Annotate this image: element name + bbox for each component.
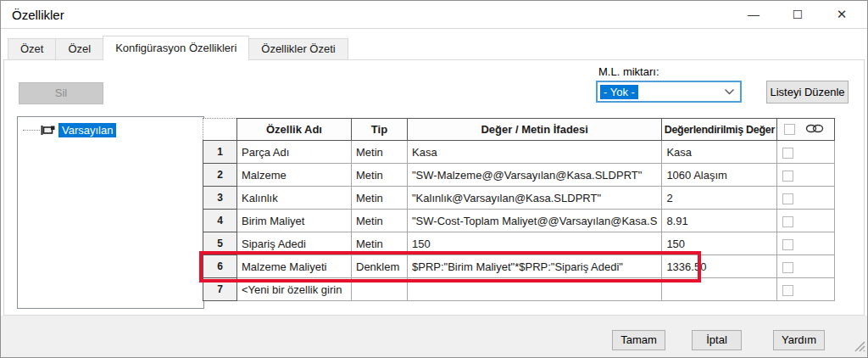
cell-value[interactable]: "SW-Cost-Toplam Maliyet@@Varsayılan@Kasa… — [408, 210, 662, 232]
minimize-icon[interactable]: — — [732, 1, 776, 28]
cell-value[interactable]: $PRP:"Birim Maliyet"*$PRP:"Sipariş Adedi… — [408, 255, 662, 278]
row-number[interactable]: 5 — [203, 232, 237, 255]
cell-property-name[interactable]: Malzeme — [237, 164, 352, 187]
tab-ozellikler-ozeti[interactable]: Özellikler Özeti — [248, 38, 348, 60]
cell-type[interactable]: Metin — [352, 232, 408, 255]
cell-type[interactable]: Metin — [352, 187, 408, 210]
ml-quantity-dropdown[interactable]: - Yok - — [596, 81, 742, 103]
table-row: 1 Parça Adı Metin Kasa Kasa — [203, 141, 835, 164]
header-type[interactable]: Tip — [352, 119, 408, 141]
tab-konfigurasyon-ozellikleri[interactable]: Konfigürasyon Özellikleri — [103, 36, 249, 60]
cancel-button[interactable]: İptal — [692, 330, 742, 350]
cell-evaluated[interactable]: 8.91 — [662, 210, 777, 232]
cell-evaluated[interactable]: 1060 Alaşım — [662, 164, 777, 187]
cell-value[interactable]: "SW-Malzeme@@Varsayılan@Kasa.SLDPRT" — [408, 164, 662, 187]
tab-ozel[interactable]: Özel — [55, 38, 103, 60]
titlebar-separator — [1, 28, 867, 29]
cell-link — [777, 164, 835, 187]
link-checkbox[interactable] — [782, 193, 793, 204]
table-row: 4 Birim Maliyet Metin "SW-Cost-Toplam Ma… — [203, 210, 835, 232]
tree-item-varsayilan[interactable]: Varsayılan — [23, 122, 203, 138]
cell-link — [777, 255, 835, 278]
table-row: 5 Sipariş Adedi Metin 150 150 — [203, 232, 835, 255]
configuration-icon — [41, 125, 56, 136]
link-checkbox[interactable] — [782, 216, 793, 227]
link-checkbox[interactable] — [782, 148, 793, 159]
cell-type[interactable]: Metin — [352, 164, 408, 187]
cell-property-name[interactable]: <Yeni bir özellik girin — [237, 278, 352, 301]
cell-link — [777, 278, 835, 301]
tab-strip: Özet Özel Konfigürasyon Özellikleri Özel… — [8, 38, 348, 60]
header-link-column[interactable] — [777, 119, 835, 141]
cell-value[interactable]: "Kalınlık@Varsayılan@Kasa.SLDPRT" — [408, 187, 662, 210]
table-header-row: Özellik Adı Tip Değer / Metin İfadesi De… — [203, 119, 835, 141]
cell-value[interactable]: 150 — [408, 232, 662, 255]
configuration-properties-page: Sil M.L. miktarı: - Yok - Listeyi Düzenl… — [3, 59, 865, 316]
row-number[interactable]: 3 — [203, 187, 237, 210]
ok-button[interactable]: Tamam — [612, 330, 665, 350]
link-checkbox[interactable] — [782, 285, 793, 296]
cell-type[interactable]: Metin — [352, 210, 408, 232]
cell-property-name[interactable]: Malzeme Maliyeti — [237, 255, 352, 278]
cell-evaluated[interactable]: 2 — [662, 187, 777, 210]
cell-evaluated[interactable] — [662, 278, 777, 301]
cell-value[interactable]: Kasa — [408, 141, 662, 164]
window-controls: — ☐ ✕ — [732, 1, 864, 28]
dialog-footer: Tamam İptal Yardım — [1, 316, 867, 357]
ml-quantity-selected-value: - Yok - — [600, 85, 638, 99]
cell-evaluated[interactable]: 1336.50 — [662, 255, 777, 278]
cell-type[interactable]: Metin — [352, 141, 408, 164]
table-row-highlighted: 6 Malzeme Maliyeti Denklem $PRP:"Birim M… — [203, 255, 835, 278]
table-row: 3 Kalınlık Metin "Kalınlık@Varsayılan@Ka… — [203, 187, 835, 210]
table-row-new-property: 7 <Yeni bir özellik girin — [203, 278, 835, 301]
link-checkbox[interactable] — [782, 262, 793, 273]
header-evaluated-value[interactable]: Değerlendirilmiş Değer — [662, 119, 777, 141]
cell-property-name[interactable]: Kalınlık — [237, 187, 352, 210]
chevron-down-icon — [724, 88, 735, 96]
ml-quantity-label: M.L. miktarı: — [598, 65, 659, 78]
cell-type[interactable] — [352, 278, 408, 301]
link-checkbox[interactable] — [782, 171, 793, 182]
cell-link — [777, 187, 835, 210]
row-number[interactable]: 6 — [203, 255, 237, 278]
header-corner-cell[interactable] — [203, 119, 237, 141]
window-title: Özellikler — [1, 8, 64, 22]
table-row: 2 Malzeme Metin "SW-Malzeme@@Varsayılan@… — [203, 164, 835, 187]
link-icon — [805, 123, 824, 136]
row-number[interactable]: 2 — [203, 164, 237, 187]
cell-link — [777, 232, 835, 255]
link-all-checkbox[interactable] — [784, 124, 795, 135]
row-number[interactable]: 7 — [203, 278, 237, 301]
cell-link — [777, 210, 835, 232]
cell-type[interactable]: Denklem — [352, 255, 408, 278]
cell-value[interactable] — [408, 278, 662, 301]
tab-ozet[interactable]: Özet — [8, 38, 56, 60]
row-number[interactable]: 4 — [203, 210, 237, 232]
close-icon[interactable]: ✕ — [820, 1, 864, 28]
title-bar: Özellikler — ☐ ✕ — [1, 1, 867, 28]
header-value-expression[interactable]: Değer / Metin İfadesi — [408, 119, 662, 141]
tree-connector-line — [23, 130, 40, 131]
header-property-name[interactable]: Özellik Adı — [237, 119, 352, 141]
delete-button[interactable]: Sil — [19, 82, 103, 104]
maximize-icon[interactable]: ☐ — [776, 1, 820, 28]
help-button[interactable]: Yardım — [773, 330, 825, 350]
cell-link — [777, 141, 835, 164]
edit-list-button[interactable]: Listeyi Düzenle — [766, 81, 849, 103]
cell-evaluated[interactable]: Kasa — [662, 141, 777, 164]
cell-property-name[interactable]: Sipariş Adedi — [237, 232, 352, 255]
resize-grip-icon[interactable] — [852, 338, 865, 355]
cell-property-name[interactable]: Birim Maliyet — [237, 210, 352, 232]
cell-evaluated[interactable]: 150 — [662, 232, 777, 255]
cell-property-name[interactable]: Parça Adı — [237, 141, 352, 164]
configuration-tree: Varsayılan — [17, 116, 204, 309]
properties-dialog: { "window": { "title": "Özellikler", "co… — [0, 0, 868, 358]
link-checkbox[interactable] — [782, 239, 793, 250]
tree-item-label: Varsayılan — [58, 123, 116, 137]
properties-table: Özellik Adı Tip Değer / Metin İfadesi De… — [203, 118, 835, 301]
row-number[interactable]: 1 — [203, 141, 237, 164]
